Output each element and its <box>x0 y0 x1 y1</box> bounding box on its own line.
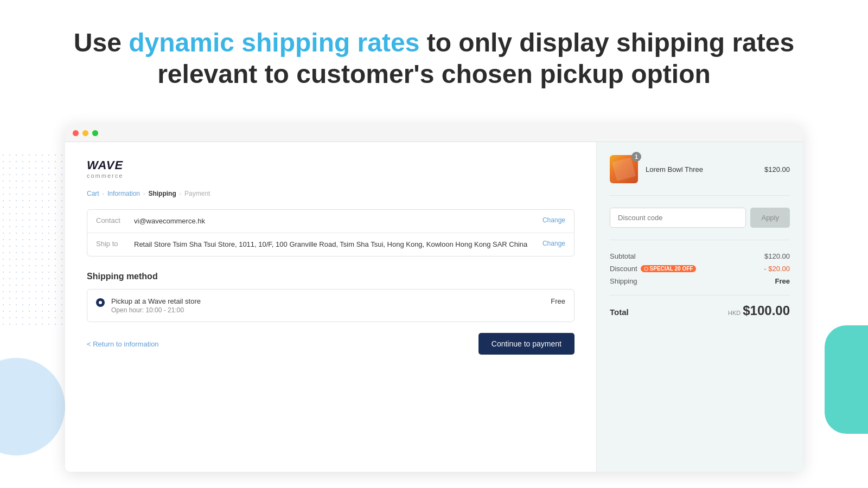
breadcrumb-sep-1: › <box>103 191 104 197</box>
discount-section: Apply <box>610 208 790 240</box>
breadcrumb-payment: Payment <box>184 190 210 197</box>
brand-logo: WAVE commerce <box>87 158 575 179</box>
brand-name: WAVE <box>87 158 575 172</box>
traffic-light-red[interactable] <box>73 130 79 136</box>
headline-highlight: dynamic shipping rates <box>129 28 419 57</box>
bg-teal-shape-decoration <box>825 325 868 434</box>
continue-to-payment-button[interactable]: Continue to payment <box>478 333 575 355</box>
browser-body: WAVE commerce Cart › Information › Shipp… <box>65 142 803 472</box>
shipping-option-name: Pickup at a Wave retail store <box>111 297 544 305</box>
radio-pickup[interactable] <box>96 298 105 307</box>
grand-total-label: Total <box>610 307 629 317</box>
product-item: 1 Lorem Bowl Three $120.00 <box>610 155 790 196</box>
return-to-information-link[interactable]: < Return to information <box>87 340 159 348</box>
headline-line2: relevant to customer's chosen pickup opt… <box>157 60 711 88</box>
contact-label: Contact <box>96 216 134 224</box>
shipping-option-price: Free <box>551 297 565 305</box>
brand-sub: commerce <box>87 172 575 179</box>
discount-label-text: Discount <box>610 265 637 273</box>
bg-dots-decoration <box>0 152 65 325</box>
apply-discount-button[interactable]: Apply <box>750 208 790 228</box>
page-header: Use dynamic shipping rates to only displ… <box>0 0 868 106</box>
breadcrumb-sep-2: › <box>143 191 145 197</box>
grand-total-row: Total HKD $100.00 <box>610 303 790 318</box>
discount-row-summary: Discount SPECIAL 20 OFF - $20.00 <box>610 265 790 273</box>
ship-to-value: Retail Store Tsim Sha Tsui Store, 1011, … <box>134 240 542 249</box>
order-summary-panel: 1 Lorem Bowl Three $120.00 Apply Subtota… <box>597 142 803 472</box>
headline-part2: to only display shipping rates <box>419 28 794 57</box>
bottom-navigation: < Return to information Continue to paym… <box>87 333 575 355</box>
shipping-option-pickup[interactable]: Pickup at a Wave retail store Open hour:… <box>87 289 575 322</box>
ship-to-label: Ship to <box>96 240 134 248</box>
bg-blue-ellipse-decoration <box>0 358 65 455</box>
subtotal-row: Subtotal $120.00 <box>610 252 790 260</box>
breadcrumb-information[interactable]: Information <box>107 190 140 197</box>
contact-value: vi@wavecommerce.hk <box>134 216 542 226</box>
contact-change[interactable]: Change <box>542 216 565 224</box>
breadcrumb-sep-3: › <box>180 191 181 197</box>
checkout-left-panel: WAVE commerce Cart › Information › Shipp… <box>65 142 597 472</box>
headline: Use dynamic shipping rates to only displ… <box>11 27 857 89</box>
breadcrumb-cart[interactable]: Cart <box>87 190 99 197</box>
shipping-row-summary: Shipping Free <box>610 277 790 285</box>
subtotal-label: Subtotal <box>610 252 636 260</box>
discount-code-input[interactable] <box>610 208 746 228</box>
shipping-label: Shipping <box>610 277 637 285</box>
shipping-method-title: Shipping method <box>87 272 575 281</box>
browser-titlebar <box>65 125 803 142</box>
grand-total-amount: $100.00 <box>743 303 790 318</box>
grand-total-currency: HKD <box>728 310 741 316</box>
product-image-wrap: 1 <box>610 155 638 183</box>
ship-to-row: Ship to Retail Store Tsim Sha Tsui Store… <box>87 233 574 256</box>
product-name: Lorem Bowl Three <box>646 165 757 174</box>
traffic-light-yellow[interactable] <box>82 130 88 136</box>
product-price: $120.00 <box>764 165 790 174</box>
browser-window: WAVE commerce Cart › Information › Shipp… <box>65 125 803 472</box>
headline-part1: Use <box>74 28 129 57</box>
ship-to-change[interactable]: Change <box>542 240 565 247</box>
shipping-value: Free <box>775 277 790 285</box>
product-quantity-badge: 1 <box>631 152 641 162</box>
discount-value: - $20.00 <box>764 265 790 273</box>
shipping-option-hours: Open hour: 10:00 - 21:00 <box>111 306 544 314</box>
subtotal-value: $120.00 <box>764 252 790 260</box>
grand-total-value-wrap: HKD $100.00 <box>728 303 790 318</box>
breadcrumb: Cart › Information › Shipping › Payment <box>87 190 575 197</box>
info-table: Contact vi@wavecommerce.hk Change Ship t… <box>87 209 575 256</box>
breadcrumb-shipping: Shipping <box>148 190 176 197</box>
totals-section: Subtotal $120.00 Discount SPECIAL 20 OFF… <box>610 252 790 296</box>
discount-tag: SPECIAL 20 OFF <box>641 265 697 272</box>
traffic-light-green[interactable] <box>92 130 98 136</box>
discount-label-wrap: Discount SPECIAL 20 OFF <box>610 265 696 273</box>
contact-row: Contact vi@wavecommerce.hk Change <box>87 210 574 233</box>
shipping-option-info: Pickup at a Wave retail store Open hour:… <box>111 297 544 314</box>
